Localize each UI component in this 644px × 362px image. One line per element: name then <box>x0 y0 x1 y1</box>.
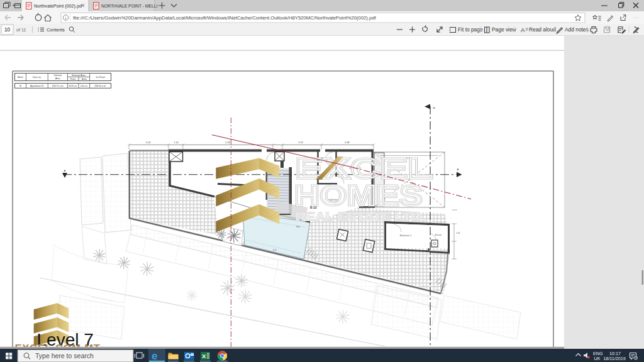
svg-text:Apartment 22: Apartment 22 <box>30 85 44 87</box>
svg-text:Internal: Internal <box>54 74 62 77</box>
svg-text:143.71 s.m.: 143.71 s.m. <box>52 85 64 87</box>
svg-text:Area: Area <box>55 77 60 80</box>
svg-text:HOMES: HOMES <box>294 178 423 212</box>
svg-text:3.74: 3.74 <box>298 141 303 144</box>
svg-text:Door no.: Door no. <box>33 76 42 79</box>
svg-text:6.25: 6.25 <box>146 141 150 144</box>
svg-text:A: A <box>457 168 459 171</box>
svg-text:A: A <box>521 26 525 33</box>
svg-text:file:///C:/Users/Godwin%20Darm: file:///C:/Users/Godwin%20Darmanin/AppDa… <box>73 15 376 21</box>
svg-text:External Area: External Area <box>72 74 86 77</box>
svg-text:Add notes: Add notes <box>565 26 589 33</box>
svg-text:Contents: Contents <box>47 27 65 33</box>
svg-text:NORTHVALE POINT - MELLI: NORTHVALE POINT - MELLI <box>101 4 158 8</box>
svg-text:6.38: 6.38 <box>345 141 349 144</box>
svg-text:e: e <box>152 350 157 362</box>
svg-text:Bedroom 1: Bedroom 1 <box>400 234 412 237</box>
svg-text:Pool: Pool <box>296 226 300 228</box>
svg-text:Int+Front: Int+Front <box>96 76 104 79</box>
svg-text:Block: Block <box>18 76 23 79</box>
svg-text:?: ? <box>635 356 636 360</box>
svg-text:5.18: 5.18 <box>225 141 230 144</box>
svg-text:X: X <box>202 353 206 359</box>
svg-text:A: A <box>64 169 66 172</box>
svg-text:1b: 1b <box>433 107 435 109</box>
svg-text:NorthvalePoint (002).pd: NorthvalePoint (002).pd <box>34 3 82 9</box>
svg-text:Type here to search: Type here to search <box>35 352 94 359</box>
svg-text:Read aloud: Read aloud <box>529 26 556 33</box>
svg-text:UK: UK <box>594 356 601 361</box>
svg-text:Back: Back <box>82 78 87 80</box>
svg-text:6.12: 6.12 <box>273 249 277 251</box>
svg-text:Ensuite: Ensuite <box>435 234 442 236</box>
svg-text:208.10 s.m.: 208.10 s.m. <box>94 85 106 87</box>
svg-text:REAL ESTATE LTD.: REAL ESTATE LTD. <box>296 211 425 223</box>
svg-text:0.00 s.m.: 0.00 s.m. <box>80 85 88 87</box>
svg-text:18/11/2019: 18/11/2019 <box>603 356 625 361</box>
svg-text:Front: Front <box>70 78 75 80</box>
svg-text:10: 10 <box>4 27 11 33</box>
svg-text:of 11: of 11 <box>16 27 26 33</box>
svg-text:Fit to page: Fit to page <box>458 26 483 33</box>
svg-text:64.39 s.m.: 64.39 s.m. <box>69 85 77 87</box>
svg-text:1.04: 1.04 <box>456 232 460 234</box>
svg-text:1.10: 1.10 <box>174 141 178 144</box>
svg-text:Page view: Page view <box>492 26 517 33</box>
svg-text:)): )) <box>526 27 528 31</box>
